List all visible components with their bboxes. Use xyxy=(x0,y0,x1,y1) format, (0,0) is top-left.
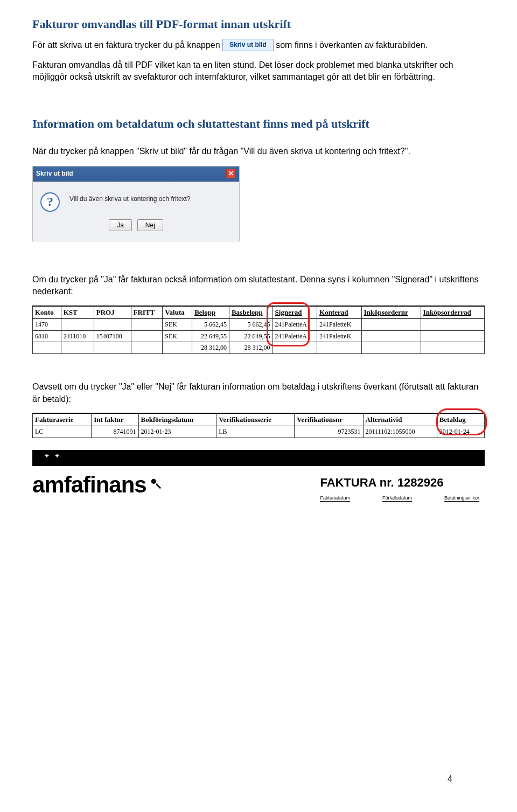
table-row: LC 8741091 2012-01-23 LB 9723531 2011110… xyxy=(33,426,485,438)
dialog-message: Vill du även skriva ut kontering och fri… xyxy=(69,192,191,204)
cell: 2411010 xyxy=(61,330,94,342)
cell xyxy=(131,342,163,354)
th-fakturaserie: Fakturaserie xyxy=(33,413,92,426)
cell: 28 312,00 xyxy=(229,342,273,354)
svg-point-0 xyxy=(151,478,156,483)
close-icon[interactable]: ✕ xyxy=(226,169,236,178)
th-signerad: Signerad xyxy=(273,306,317,319)
invoice-header-snippet: ✦ ✦ amfafinans FAKTURA nr. 1282926 Faktu… xyxy=(32,450,485,502)
cell xyxy=(61,342,94,354)
th-verifikationsserie: Verifikationsserie xyxy=(216,413,295,426)
heading-pdf-format: Fakturor omvandlas till PDF-format innan… xyxy=(32,16,485,33)
cell xyxy=(94,342,131,354)
cell: 9723531 xyxy=(295,426,363,438)
cell xyxy=(361,342,421,354)
cell: 6810 xyxy=(33,330,61,342)
cell: 20111102:1055000 xyxy=(363,426,437,438)
th-inkopsordernr: Inköpsordernr xyxy=(361,306,421,319)
th-bokforingsdatum: Bokföringsdatum xyxy=(138,413,216,426)
cell: 22 649,55 xyxy=(192,330,229,342)
cell: 2012-01-23 xyxy=(138,426,216,438)
th-alternativid: Alternativid xyxy=(363,413,437,426)
text-after-button: som finns i överkanten av fakturabilden. xyxy=(276,40,428,50)
paragraph-5: Oavsett om du trycker "Ja" eller "Nej" f… xyxy=(32,381,485,405)
th-fritt: FRITT xyxy=(131,306,163,319)
cell xyxy=(421,318,484,330)
paragraph-4: Om du trycker på "Ja" får fakturan också… xyxy=(32,274,485,298)
cell: 2012-01-24 xyxy=(437,426,484,438)
label-forfallodatum: Förfallodatum xyxy=(382,495,412,502)
invoice-number: FAKTURA nr. 1282926 xyxy=(320,475,479,491)
cell: SEK xyxy=(163,330,192,342)
cell xyxy=(361,330,421,342)
cell xyxy=(131,330,163,342)
cell: 28 312,00 xyxy=(192,342,229,354)
label-betalningsvillkor: Betalningsvillkor xyxy=(444,495,479,502)
paragraph-3: När du trycker på knappen "Skriv ut bild… xyxy=(32,145,485,157)
cell xyxy=(131,318,163,330)
th-konto: Konto xyxy=(33,306,61,319)
cell: 5 662,45 xyxy=(192,318,229,330)
cell: 1470 xyxy=(33,318,61,330)
logo-mark-icon xyxy=(150,477,162,489)
cell xyxy=(421,330,484,342)
yes-button[interactable]: Ja xyxy=(109,219,132,231)
cell: 15407100 xyxy=(94,330,131,342)
kontering-table: Konto KST PROJ FRITT Valuta Belopp Basbe… xyxy=(32,306,485,355)
cell xyxy=(163,342,192,354)
cell: 241PaletteK xyxy=(317,330,361,342)
page-number: 4 xyxy=(448,773,452,785)
th-proj: PROJ xyxy=(94,306,131,319)
th-valuta: Valuta xyxy=(163,306,192,319)
fakturainfo-table: Fakturaserie Int faktnr Bokföringsdatum … xyxy=(32,413,485,438)
th-kst: KST xyxy=(61,306,94,319)
heading-betaldatum: Information om betaldatum och slutattest… xyxy=(32,116,485,133)
cell: 5 662,45 xyxy=(229,318,273,330)
th-verifikationsnr: Verifikationsnr xyxy=(295,413,363,426)
cell: 22 649,55 xyxy=(229,330,273,342)
th-basbelopp: Basbelopp xyxy=(229,306,273,319)
betaldag-table-wrap: Fakturaserie Int faktnr Bokföringsdatum … xyxy=(32,413,485,438)
th-intfaktnr: Int faktnr xyxy=(92,413,138,426)
blackbar-decor: ✦ ✦ xyxy=(44,452,60,461)
table-header-row: Konto KST PROJ FRITT Valuta Belopp Basbe… xyxy=(33,306,485,319)
paragraph-1: För att skriva ut en faktura trycker du … xyxy=(32,39,485,52)
cell: LC xyxy=(33,426,92,438)
th-belopp: Belopp xyxy=(192,306,229,319)
cell xyxy=(273,342,317,354)
text-before-button: För att skriva ut en faktura trycker du … xyxy=(32,40,222,50)
confirm-dialog: Skriv ut bild ✕ ? Vill du även skriva ut… xyxy=(32,166,240,241)
table-row: 28 312,00 28 312,00 xyxy=(33,342,485,354)
paragraph-2: Fakturan omvandlas då till PDF vilket ka… xyxy=(32,59,485,84)
cell: 241PaletteA xyxy=(273,330,317,342)
cell xyxy=(421,342,484,354)
table-row: 6810 2411010 15407100 SEK 22 649,55 22 6… xyxy=(33,330,485,342)
print-image-button[interactable]: Skriv ut bild xyxy=(222,39,274,51)
no-button[interactable]: Nej xyxy=(137,219,163,231)
signerad-table-wrap: Konto KST PROJ FRITT Valuta Belopp Basbe… xyxy=(32,306,485,355)
company-logo: amfafinans xyxy=(32,469,146,497)
th-betaldag: Betaldag xyxy=(437,413,484,426)
label-fakturadatum: Fakturadatum xyxy=(320,495,350,502)
cell: 8741091 xyxy=(92,426,138,438)
cell: LB xyxy=(216,426,295,438)
cell xyxy=(317,342,361,354)
table-header-row: Fakturaserie Int faktnr Bokföringsdatum … xyxy=(33,413,485,426)
cell xyxy=(94,318,131,330)
table-row: 1470 SEK 5 662,45 5 662,45 241PaletteA 2… xyxy=(33,318,485,330)
cell: SEK xyxy=(163,318,192,330)
cell: 241PaletteK xyxy=(317,318,361,330)
cell: 241PaletteA xyxy=(273,318,317,330)
cell xyxy=(61,318,94,330)
question-icon: ? xyxy=(40,192,60,212)
th-konterad: Konterad xyxy=(317,306,361,319)
dialog-titlebar: Skriv ut bild ✕ xyxy=(33,166,239,182)
dialog-title: Skriv ut bild xyxy=(36,169,73,178)
cell xyxy=(33,342,61,354)
cell xyxy=(361,318,421,330)
th-inkopsorderrad: Inköpsorderrad xyxy=(421,306,484,319)
